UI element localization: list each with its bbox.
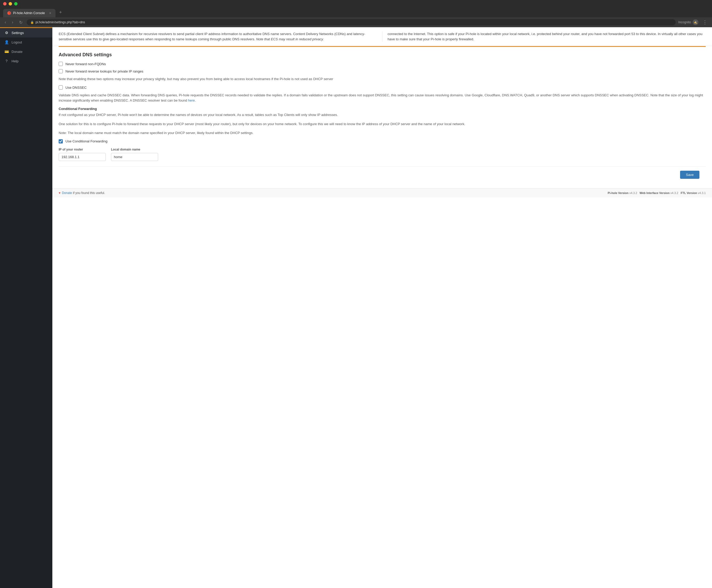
save-button[interactable]: Save	[680, 171, 699, 179]
active-tab[interactable]: 🍎 Pi-hole Admin Console ×	[3, 9, 56, 17]
sidebar-item-donate[interactable]: 💳 Donate	[0, 47, 53, 56]
maximize-traffic-light[interactable]	[14, 2, 18, 5]
reload-button[interactable]: ↻	[18, 19, 24, 25]
tab-title: Pi-hole Admin Console	[13, 11, 45, 15]
tab-favicon: 🍎	[7, 11, 11, 15]
tab-close-button[interactable]: ×	[49, 11, 51, 15]
never-fqdn-checkbox[interactable]	[59, 62, 63, 66]
section-title: Advanced DNS settings	[59, 52, 706, 58]
use-cf-checkbox[interactable]	[59, 139, 63, 144]
dnssec-here-link[interactable]: here	[188, 99, 195, 102]
top-info-right: connected to the Internet. This option i…	[382, 31, 706, 42]
dnssec-desc-text: Validate DNS replies and cache DNSSEC da…	[59, 93, 703, 102]
logout-icon: 👤	[4, 40, 9, 44]
incognito-label: Incognito	[678, 20, 691, 24]
browser-chrome: 🍎 Pi-hole Admin Console × +	[0, 0, 712, 17]
dnssec-period: .	[195, 99, 196, 102]
content-card: ECS (Extended Client Subnet) defines a m…	[53, 27, 712, 588]
cf-fields-row: IP of your router Local domain name	[59, 148, 706, 161]
sidebar-item-settings[interactable]: ⚙ Settings	[0, 28, 53, 38]
page-footer: ♥ Donate if you found this useful. Pi-ho…	[53, 188, 712, 197]
save-row: Save	[59, 166, 706, 183]
main-layout: ⚙ Settings 👤 Logout 💳 Donate ? Help ECS …	[0, 27, 712, 588]
sidebar-item-help[interactable]: ? Help	[0, 56, 53, 66]
router-ip-input[interactable]	[59, 153, 106, 161]
donate-icon: 💳	[4, 49, 9, 54]
footer-donate-link[interactable]: Donate	[62, 191, 72, 195]
content-area: ECS (Extended Client Subnet) defines a m…	[53, 27, 712, 588]
use-cf-label[interactable]: Use Conditional Forwarding	[65, 139, 107, 143]
address-field[interactable]: 🔒 pi.hole/admin/settings.php?tab=dns	[27, 19, 676, 25]
dnssec-row: Use DNSSEC	[59, 85, 706, 89]
never-reverse-label[interactable]: Never forward reverse lookups for privat…	[65, 69, 143, 73]
ftl-version: v4.3.1	[698, 191, 706, 194]
browser-menu-button[interactable]: ⋮	[701, 19, 709, 26]
never-reverse-row: Never forward reverse lookups for privat…	[59, 69, 706, 73]
never-fqdn-label[interactable]: Never forward non-FQDNs	[65, 62, 106, 66]
sidebar-item-logout[interactable]: 👤 Logout	[0, 38, 53, 47]
address-bar-row: ‹ › ↻ 🔒 pi.hole/admin/settings.php?tab=d…	[0, 17, 712, 27]
firewall-info: connected to the Internet. This option i…	[388, 32, 703, 41]
cf-title: Conditional Forwarding	[59, 107, 706, 111]
heart-icon: ♥	[59, 191, 61, 195]
settings-icon: ⚙	[4, 30, 9, 35]
sidebar-label-logout: Logout	[12, 40, 22, 44]
conditional-forwarding-section: Conditional Forwarding If not configured…	[59, 107, 706, 161]
router-ip-label: IP of your router	[59, 148, 106, 151]
traffic-lights	[3, 2, 709, 5]
incognito-area: Incognito 🕵	[678, 19, 698, 25]
never-fqdn-row: Never forward non-FQDNs	[59, 62, 706, 66]
never-reverse-checkbox[interactable]	[59, 69, 63, 73]
dnssec-checkbox[interactable]	[59, 85, 63, 89]
cf-desc3: Note: The local domain name must match t…	[59, 130, 706, 135]
back-button[interactable]: ‹	[3, 19, 7, 25]
cf-checkbox-row: Use Conditional Forwarding	[59, 139, 706, 144]
sidebar-label-donate: Donate	[12, 50, 22, 54]
ftl-version-label: FTL Version	[680, 191, 697, 194]
top-info-left: ECS (Extended Client Subnet) defines a m…	[59, 31, 382, 42]
close-traffic-light[interactable]	[3, 2, 6, 5]
footer-donate-suffix: if you found this useful.	[73, 191, 105, 195]
pihole-version: v4.3.2	[629, 191, 637, 194]
lock-icon: 🔒	[30, 21, 34, 24]
cf-desc1: If not configured as your DHCP server, P…	[59, 112, 706, 118]
advanced-dns-section: Advanced DNS settings Never forward non-…	[53, 47, 712, 188]
privacy-note: Note that enabling these two options may…	[59, 77, 706, 82]
footer-donate: ♥ Donate if you found this useful.	[59, 191, 105, 195]
top-info-section: ECS (Extended Client Subnet) defines a m…	[53, 27, 712, 46]
ecs-note: Note that ECS may result in reduced priv…	[256, 37, 323, 41]
dnssec-label[interactable]: Use DNSSEC	[65, 86, 87, 89]
minimize-traffic-light[interactable]	[9, 2, 12, 5]
sidebar: ⚙ Settings 👤 Logout 💳 Donate ? Help	[0, 27, 53, 588]
tabs-bar: 🍎 Pi-hole Admin Console × +	[3, 7, 709, 17]
dnssec-description: Validate DNS replies and cache DNSSEC da…	[59, 93, 706, 103]
incognito-badge: 🕵	[693, 19, 698, 25]
forward-button[interactable]: ›	[10, 19, 15, 25]
sidebar-label-settings: Settings	[12, 31, 24, 35]
footer-versions: Pi-hole Version v4.3.2 Web Interface Ver…	[608, 191, 706, 194]
cf-desc2: One solution for this is to configure Pi…	[59, 122, 706, 127]
router-ip-group: IP of your router	[59, 148, 106, 161]
pihole-version-label: Pi-hole Version	[608, 191, 628, 194]
new-tab-button[interactable]: +	[56, 7, 65, 17]
local-domain-group: Local domain name	[111, 148, 158, 161]
local-domain-input[interactable]	[111, 153, 158, 161]
web-version-label: Web Interface Version	[640, 191, 670, 194]
local-domain-label: Local domain name	[111, 148, 158, 151]
sidebar-label-help: Help	[12, 59, 19, 63]
help-icon: ?	[4, 59, 9, 63]
url-text: pi.hole/admin/settings.php?tab=dns	[36, 20, 85, 24]
web-version: v4.3.2	[670, 191, 678, 194]
